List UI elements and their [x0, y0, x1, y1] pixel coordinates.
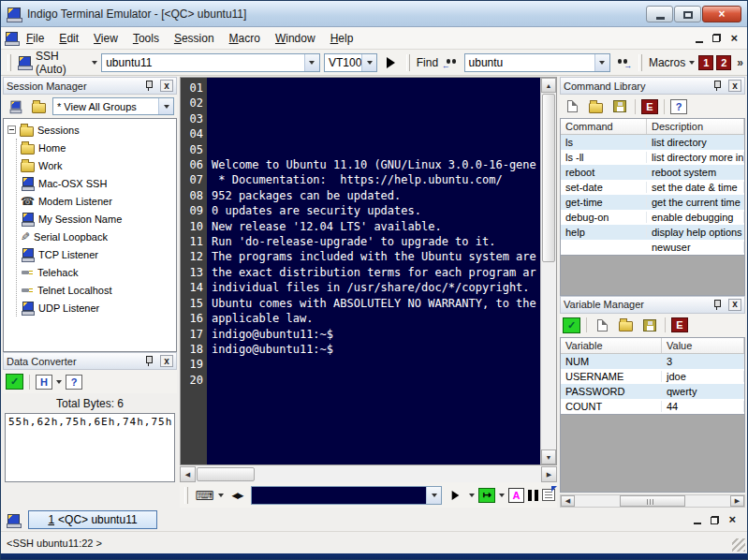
keyboard-dropdown-icon[interactable] — [218, 494, 224, 497]
apply-variables-button[interactable]: ✓ — [563, 317, 580, 333]
group-filter-dropdown[interactable] — [158, 98, 173, 114]
pause-button[interactable] — [528, 490, 538, 501]
script-log-button[interactable] — [542, 489, 555, 501]
find-next-button[interactable] — [614, 53, 632, 72]
converter-output-textarea[interactable]: 55h,62h,75h,6Eh,74h,75h — [5, 413, 175, 482]
command-row[interactable]: newuser — [561, 240, 744, 255]
mdi-minimize-icon[interactable] — [696, 41, 703, 43]
session-tree-item[interactable]: Mac-OSX SSH — [21, 174, 176, 192]
command-column-header[interactable]: Command — [561, 119, 647, 134]
dock-horizontal-scrollbar[interactable]: ◀ ▶ — [560, 494, 745, 508]
variable-row[interactable]: PASSWORD qwerty — [561, 384, 744, 399]
menu-item[interactable]: Window — [268, 29, 323, 48]
panel-close-icon[interactable]: x — [728, 299, 741, 311]
new-group-button[interactable] — [29, 97, 49, 116]
pin-icon[interactable] — [144, 355, 154, 367]
scroll-left-icon[interactable]: ◀ — [561, 495, 575, 507]
maximize-button[interactable] — [674, 6, 701, 22]
command-row[interactable]: get-time get the current time — [561, 195, 744, 210]
session-combobox[interactable]: ubuntu11 — [101, 53, 320, 72]
command-row[interactable]: reboot reboot system — [561, 165, 744, 180]
macros-dropdown-icon[interactable] — [689, 61, 695, 65]
resize-grip[interactable] — [732, 538, 745, 552]
mdi-restore-icon[interactable] — [712, 34, 721, 42]
pin-icon[interactable] — [144, 80, 154, 92]
menu-item[interactable]: Edit — [51, 29, 86, 48]
session-tab[interactable]: 1 <QC> ubuntu11 — [28, 510, 157, 529]
command-help-button[interactable]: ? — [670, 99, 687, 114]
direction-toggle-button[interactable]: ◀▶ — [227, 486, 247, 505]
edit-commands-button[interactable]: E — [641, 99, 658, 114]
open-variable-file-button[interactable] — [616, 316, 636, 334]
session-tree-item[interactable]: ☎ Modem Listener — [21, 192, 176, 210]
toolbar-grip[interactable] — [184, 487, 188, 504]
scroll-up-icon[interactable]: ▲ — [541, 78, 556, 93]
toolbar-grip[interactable] — [7, 54, 11, 71]
find-previous-button[interactable] — [442, 53, 460, 72]
description-column-header[interactable]: Description — [647, 119, 744, 134]
send-dropdown-icon[interactable] — [469, 494, 475, 497]
variable-column-header[interactable]: Variable — [561, 338, 662, 353]
command-row[interactable]: debug-on enable debugging — [561, 210, 744, 225]
horizontal-scroll-thumb[interactable] — [620, 495, 685, 507]
session-tree-item[interactable]: UDP Listener — [21, 299, 176, 317]
value-column-header[interactable]: Value — [662, 338, 744, 353]
command-input-dropdown[interactable] — [426, 487, 441, 504]
terminal-type-dropdown[interactable] — [361, 54, 376, 71]
mdi-minimize-icon[interactable] — [694, 523, 701, 524]
panel-close-icon[interactable]: x — [728, 80, 741, 92]
tree-root-sessions[interactable]: Sessions — [7, 121, 176, 139]
group-filter-combobox[interactable]: * View All Groups — [52, 97, 174, 115]
variable-row[interactable]: USERNAME jdoe — [561, 369, 744, 384]
terminal-horizontal-scrollbar[interactable]: ◀ ▶ — [180, 466, 557, 482]
save-variable-file-button[interactable] — [639, 316, 659, 334]
close-button[interactable]: × — [702, 6, 741, 22]
command-input-combobox[interactable] — [251, 486, 442, 505]
scroll-down-icon[interactable]: ▼ — [541, 449, 556, 464]
macro-button[interactable]: 2 — [716, 55, 731, 70]
toolbar-overflow-icon[interactable]: » — [737, 56, 743, 69]
command-row[interactable]: ls list directory — [561, 135, 744, 150]
session-combobox-dropdown[interactable] — [304, 54, 319, 71]
macros-menu[interactable]: Macros — [649, 56, 685, 69]
new-command-file-button[interactable] — [563, 97, 582, 116]
send-button[interactable] — [446, 486, 465, 505]
new-variable-file-button[interactable] — [593, 316, 612, 334]
find-combobox-dropdown[interactable] — [594, 54, 609, 71]
vertical-scroll-thumb[interactable] — [542, 94, 555, 262]
pin-icon[interactable] — [712, 299, 723, 311]
panel-close-icon[interactable]: x — [160, 80, 173, 92]
scroll-right-icon[interactable]: ▶ — [730, 495, 744, 507]
panel-close-icon[interactable]: x — [160, 355, 173, 367]
menu-item[interactable]: File — [19, 29, 51, 48]
send-to-session-button[interactable]: ↦ — [478, 488, 495, 503]
horizontal-scroll-thumb[interactable] — [197, 467, 255, 481]
convert-apply-button[interactable]: ✓ — [6, 374, 23, 390]
terminal-vertical-scrollbar[interactable]: ▲ ▼ — [540, 78, 556, 464]
send-to-dropdown-icon[interactable] — [499, 494, 505, 497]
menu-item[interactable]: View — [86, 29, 125, 48]
menu-item[interactable]: Macro — [222, 29, 268, 48]
mdi-close-icon[interactable]: × — [728, 515, 736, 524]
mdi-restore-icon[interactable] — [711, 516, 719, 524]
collapse-expander-icon[interactable] — [7, 125, 16, 134]
terminal-screen[interactable]: Welcome to Ubuntu 11.10 (GNU/Linux 3.0.0… — [207, 78, 540, 464]
hex-mode-button[interactable]: H — [36, 375, 52, 390]
open-command-file-button[interactable] — [586, 97, 606, 116]
minimize-button[interactable] — [646, 6, 673, 22]
pin-icon[interactable] — [712, 80, 723, 92]
menu-item[interactable]: Tools — [125, 29, 167, 48]
terminal-view[interactable]: 0102030405060708091011121314151617181920… — [180, 77, 557, 465]
session-tree-item[interactable]: ✎ Serial Loopback — [21, 228, 176, 245]
protocol-dropdown-icon[interactable] — [92, 61, 97, 65]
converter-help-button[interactable]: ? — [66, 375, 82, 390]
session-tree-item[interactable]: Work — [21, 156, 176, 174]
command-row[interactable]: help display help options — [561, 225, 744, 240]
terminal-type-combobox[interactable]: VT100 — [324, 53, 377, 72]
mdi-close-icon[interactable]: × — [730, 34, 738, 43]
menu-item[interactable]: Help — [323, 29, 361, 48]
variable-row[interactable]: NUM 3 — [561, 354, 744, 369]
macro-button[interactable]: 1 — [698, 55, 713, 70]
edit-variables-button[interactable]: E — [671, 317, 688, 332]
session-tree-item[interactable]: Telnet Localhost — [21, 281, 176, 299]
